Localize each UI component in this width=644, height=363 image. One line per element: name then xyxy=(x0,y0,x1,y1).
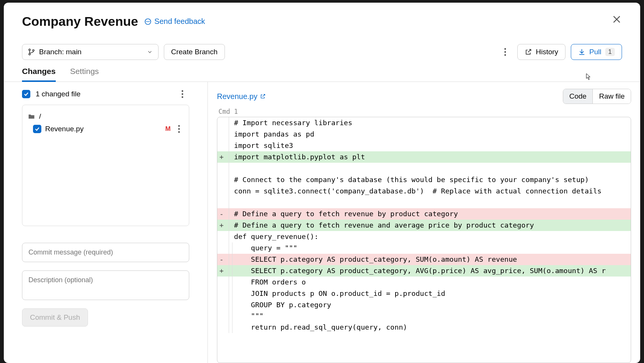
commit-message-input[interactable] xyxy=(22,243,189,262)
diff-gutter xyxy=(217,197,226,208)
diff-gutter: + xyxy=(217,151,226,163)
view-toggle: Code Raw file xyxy=(563,89,631,104)
check-icon xyxy=(35,126,40,132)
file-checkbox[interactable] xyxy=(33,125,41,133)
svg-point-1 xyxy=(146,21,147,22)
svg-point-12 xyxy=(182,96,183,98)
diff-line: import pandas as pd xyxy=(217,129,631,140)
diff-gutter: + xyxy=(217,265,226,277)
svg-point-6 xyxy=(33,50,34,51)
svg-point-3 xyxy=(149,21,149,22)
diff-indent-bars xyxy=(226,310,233,322)
diff-gutter xyxy=(217,140,226,151)
file-link-label: Revenue.py xyxy=(217,92,258,101)
diff-indent-bars xyxy=(226,140,233,151)
diff-line: JOIN products p ON o.product_id = p.prod… xyxy=(217,288,631,299)
diff-line xyxy=(217,197,631,208)
toggle-code[interactable]: Code xyxy=(563,89,593,104)
toolbar-kebab-menu[interactable] xyxy=(501,47,510,57)
diff-gutter xyxy=(217,277,226,288)
tab-settings[interactable]: Settings xyxy=(70,67,99,82)
tree-file-row[interactable]: Revenue.py M xyxy=(26,123,185,135)
diff-line: conn = sqlite3.connect('company_database… xyxy=(217,185,631,197)
svg-point-15 xyxy=(178,131,180,133)
diff-line: """ xyxy=(217,310,631,322)
diff-indent-bars xyxy=(226,117,233,129)
diff-line: +# Define a query to fetch revenue and a… xyxy=(217,220,631,231)
diff-gutter xyxy=(217,242,226,254)
svg-point-5 xyxy=(29,53,30,55)
branch-selector[interactable]: Branch: main xyxy=(22,44,159,60)
select-all-checkbox[interactable] xyxy=(22,90,30,98)
diff-indent-bars xyxy=(226,185,233,197)
close-icon xyxy=(611,14,622,25)
diff-code: import pandas as pd xyxy=(233,129,631,140)
diff-code: # Connect to the company's database (thi… xyxy=(233,174,631,185)
diff-line: return pd.read_sql_query(query, conn) xyxy=(217,322,631,333)
git-branch-icon xyxy=(28,48,35,56)
commit-form: Commit & Push xyxy=(22,243,189,327)
modified-badge: M xyxy=(165,125,171,133)
kebab-icon xyxy=(504,48,506,56)
pull-button[interactable]: Pull 1 xyxy=(571,44,622,60)
diff-gutter xyxy=(217,310,226,322)
diff-gutter xyxy=(217,174,226,185)
diff-line: def query_revenue(): xyxy=(217,231,631,242)
diff-code: """ xyxy=(233,310,631,322)
file-link[interactable]: Revenue.py xyxy=(217,92,266,101)
diff-code: import matplotlib.pyplot as plt xyxy=(233,151,631,163)
header: Company Revenue Send feedback xyxy=(4,3,640,29)
diff-gutter xyxy=(217,231,226,242)
diff-indent-bars xyxy=(226,197,233,208)
diff-gutter xyxy=(217,299,226,311)
diff-indent-bars xyxy=(226,242,233,254)
file-kebab-menu[interactable] xyxy=(174,124,184,134)
branch-label: Branch: main xyxy=(39,48,82,56)
tree-root[interactable]: / xyxy=(26,110,185,123)
svg-point-2 xyxy=(148,21,148,22)
send-feedback-link[interactable]: Send feedback xyxy=(144,17,205,26)
diff-viewer[interactable]: # Import necessary libraries import pand… xyxy=(217,117,631,363)
create-branch-button[interactable]: Create Branch xyxy=(164,44,225,60)
diff-code: GROUP BY p.category xyxy=(233,299,631,311)
diff-code: # Import necessary libraries xyxy=(233,117,631,129)
external-link-icon xyxy=(260,93,266,99)
diff-indent-bars xyxy=(226,129,233,140)
diff-indent-bars xyxy=(226,220,233,231)
files-kebab-menu[interactable] xyxy=(178,90,187,99)
diff-indent-bars xyxy=(226,174,233,185)
diff-line: GROUP BY p.category xyxy=(217,299,631,311)
tabs: Changes Settings xyxy=(4,60,640,82)
svg-point-11 xyxy=(182,93,183,95)
diff-line: query = """ xyxy=(217,242,631,254)
diff-gutter xyxy=(217,288,226,299)
feedback-label: Send feedback xyxy=(154,17,205,26)
main-area: 1 changed file / Revenue.py M xyxy=(4,82,640,363)
diff-indent-bars xyxy=(226,288,233,299)
chevron-down-icon xyxy=(147,49,153,55)
toggle-rawfile[interactable]: Raw file xyxy=(593,89,631,104)
diff-indent-bars xyxy=(226,231,233,242)
diff-gutter xyxy=(217,185,226,197)
svg-point-9 xyxy=(504,54,506,56)
changed-files-count: 1 changed file xyxy=(36,90,80,98)
history-button[interactable]: History xyxy=(517,44,565,60)
diff-indent-bars xyxy=(226,265,233,277)
commit-description-input[interactable] xyxy=(22,270,189,300)
commit-push-button[interactable]: Commit & Push xyxy=(22,308,88,327)
diff-gutter xyxy=(217,129,226,140)
content-panel: Revenue.py Code Raw file Cmd 1 # Import … xyxy=(208,82,640,363)
close-button[interactable] xyxy=(611,14,622,25)
pull-count-badge: 1 xyxy=(605,48,615,56)
diff-code: conn = sqlite3.connect('company_database… xyxy=(233,185,631,197)
diff-gutter: + xyxy=(217,220,226,231)
tab-changes[interactable]: Changes xyxy=(22,67,56,82)
download-icon xyxy=(578,48,586,56)
root-label: / xyxy=(39,112,41,121)
diff-code: JOIN products p ON o.product_id = p.prod… xyxy=(233,288,631,299)
git-modal: Company Revenue Send feedback Branch: ma… xyxy=(4,3,640,363)
diff-line: FROM orders o xyxy=(217,277,631,288)
svg-point-14 xyxy=(178,128,180,130)
diff-code: query = """ xyxy=(233,242,631,254)
check-icon xyxy=(24,91,29,97)
